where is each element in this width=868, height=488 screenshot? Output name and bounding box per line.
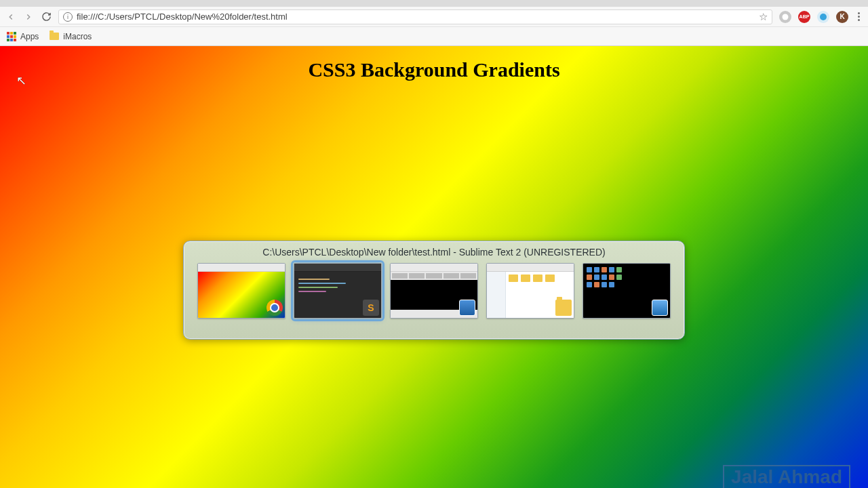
alt-tab-item-explorer[interactable]: [486, 263, 574, 319]
extension-skype-icon[interactable]: [817, 11, 829, 23]
forward-button: [23, 12, 34, 22]
bookmark-star-icon[interactable]: ☆: [759, 11, 768, 23]
extension-profile-icon[interactable]: K: [836, 11, 848, 23]
alt-tab-item-chrome[interactable]: [197, 263, 285, 319]
apps-icon: [7, 32, 16, 41]
bookmarks-bar: Apps iMacros: [0, 27, 868, 46]
chrome-icon: [267, 300, 283, 316]
alt-tab-item-sublime[interactable]: S: [294, 263, 382, 319]
browser-toolbar: i ☆ ABP K: [0, 7, 868, 27]
back-button: [5, 12, 16, 22]
folder-icon: [50, 33, 59, 40]
bookmark-imacros[interactable]: iMacros: [50, 32, 92, 41]
svg-point-0: [783, 14, 789, 20]
svg-point-1: [820, 14, 827, 20]
alt-tab-item-media-player[interactable]: [390, 263, 478, 319]
reload-button[interactable]: [41, 12, 52, 22]
watermark-text: Jalal Ahmad: [723, 465, 850, 488]
extension-icon-1[interactable]: [779, 11, 791, 23]
sublime-icon: S: [363, 300, 379, 316]
alt-tab-thumbnails: S: [192, 263, 676, 319]
extension-abp-icon[interactable]: ABP: [798, 11, 810, 23]
bookmark-label: iMacros: [63, 32, 92, 41]
bookmark-apps[interactable]: Apps: [7, 32, 39, 41]
alt-tab-switcher: C:\Users\PTCL\Desktop\New folder\test.ht…: [183, 241, 685, 340]
desktop-icon: [652, 300, 668, 316]
site-info-icon[interactable]: i: [63, 12, 73, 22]
page-content: CSS3 Background Gradients ↖ C:\Users\PTC…: [0, 46, 868, 488]
alt-tab-title: C:\Users\PTCL\Desktop\New folder\test.ht…: [192, 247, 676, 258]
bookmark-label: Apps: [20, 32, 39, 41]
browser-tab-strip: [0, 0, 868, 7]
folder-icon: [555, 300, 572, 316]
media-icon: [459, 300, 475, 316]
url-input[interactable]: [77, 12, 755, 22]
alt-tab-item-desktop[interactable]: [583, 263, 671, 319]
browser-menu-button[interactable]: [855, 12, 863, 21]
page-heading: CSS3 Background Gradients: [0, 46, 868, 81]
address-bar[interactable]: i ☆: [58, 9, 772, 24]
